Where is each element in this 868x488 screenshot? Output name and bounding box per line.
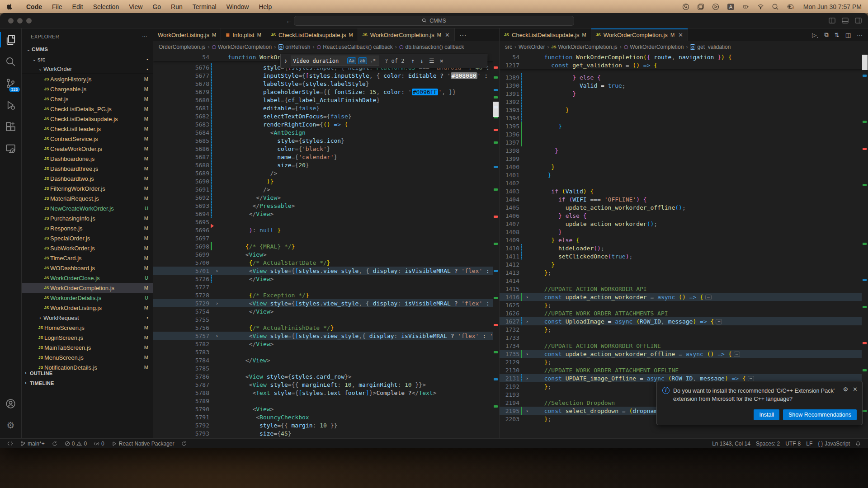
tree-item-workorderlisting.js[interactable]: JSWorkOrderListing.jsM bbox=[22, 303, 153, 313]
show-recommendations-button[interactable]: Show Recommendations bbox=[783, 409, 857, 420]
code-line[interactable]: 1395 } bbox=[500, 122, 868, 130]
problems[interactable]: 00 bbox=[62, 441, 90, 447]
tree-item-timecard.js[interactable]: JSTimeCard.jsM bbox=[22, 253, 153, 263]
code-line[interactable]: 1412 } bbox=[500, 260, 868, 268]
battery-icon[interactable] bbox=[742, 3, 750, 10]
g-circle-icon[interactable] bbox=[682, 3, 690, 10]
menu-help[interactable]: Help bbox=[254, 3, 277, 10]
code-line[interactable]: 5684 <AntDesign bbox=[153, 128, 499, 136]
account-icon[interactable] bbox=[0, 393, 22, 414]
breadcrumb[interactable]: src›WorkOrder›JSWorkOrderCompletion.js›⬡… bbox=[500, 41, 868, 53]
more-actions[interactable]: ⋯ bbox=[857, 32, 863, 38]
code-line[interactable]: 5683 renderRightIcon={() => ( bbox=[153, 120, 499, 128]
code-line[interactable]: 5679 placeholderStyle={{ fontSize: 15, c… bbox=[153, 88, 499, 96]
section-timeline[interactable]: ›TIMELINE bbox=[22, 378, 153, 388]
find-input[interactable]: Video duration Aa ab .* bbox=[291, 56, 379, 66]
compare-changes-icon[interactable]: ⇅ bbox=[835, 32, 840, 38]
tab-workordercompletion.js[interactable]: JSWorkOrderCompletion.jsM✕ bbox=[591, 28, 688, 41]
menu-window[interactable]: Window bbox=[222, 3, 254, 10]
code-line[interactable]: 5696 ): null } bbox=[153, 226, 499, 234]
tab-info.plist[interactable]: ≣Info.plistM bbox=[221, 28, 266, 41]
window-controls[interactable] bbox=[8, 18, 32, 23]
code-line[interactable]: 1403 if (Valid) { bbox=[500, 187, 868, 195]
code-line[interactable]: 5757› <View style={[styles.view_style,{ … bbox=[153, 332, 499, 340]
find-in-selection-toggle[interactable]: ☰ bbox=[428, 57, 436, 64]
code-line[interactable]: 1625 }; bbox=[500, 301, 868, 309]
fold-chevron-icon[interactable]: › bbox=[524, 319, 531, 324]
control-center-icon[interactable] bbox=[787, 3, 794, 10]
tree-item-createworkorder.js[interactable]: JSCreateWorkOrder.jsM bbox=[22, 144, 153, 154]
tab-checklistdetalisupdate.js[interactable]: JSCheckListDetalisupdate.jsM bbox=[266, 28, 358, 41]
code-line[interactable]: 5701› <View style={[styles.view_style, {… bbox=[153, 267, 499, 275]
code-line[interactable]: 5685 style={styles.icon} bbox=[153, 136, 499, 145]
tree-item-dashboardtwo.js[interactable]: JSDashboardtwo.jsM bbox=[22, 174, 153, 183]
code-line[interactable]: 5693 </Pressable> bbox=[153, 202, 499, 210]
match-case-toggle[interactable]: Aa bbox=[347, 57, 356, 64]
tree-item-homescreen.js[interactable]: JSHomeScreen.jsM bbox=[22, 323, 153, 333]
notification-close-icon[interactable]: ✕ bbox=[853, 386, 858, 393]
split-editor-icon[interactable]: ◫ bbox=[845, 32, 851, 38]
apple-logo-icon[interactable] bbox=[6, 3, 13, 10]
indentation[interactable]: Spaces: 2 bbox=[753, 441, 783, 447]
cursor-position[interactable]: Ln 1343, Col 14 bbox=[709, 441, 753, 447]
branch-status[interactable]: main*+ bbox=[18, 441, 47, 447]
code-line[interactable]: 1397 bbox=[500, 138, 868, 146]
overview-ruler[interactable] bbox=[862, 53, 868, 438]
sync-status[interactable] bbox=[49, 441, 60, 446]
play-circle-icon[interactable] bbox=[712, 3, 720, 10]
code-line[interactable]: 5682 selectTextOnFocus={false} bbox=[153, 112, 499, 120]
fold-chevron-icon[interactable]: › bbox=[524, 295, 531, 300]
tree-item-menuscreen.js[interactable]: JSMenuScreen.jsM bbox=[22, 352, 153, 362]
code-line[interactable]: 2130 //UPDATE WORK ORDER ATTACHMENT OFFL… bbox=[500, 366, 868, 374]
code-line[interactable]: 5793 size={45} bbox=[153, 429, 499, 437]
find-previous-button[interactable]: ↑ bbox=[410, 57, 416, 64]
code-line[interactable]: 5692 </View> bbox=[153, 193, 499, 202]
scrollbar-slider[interactable] bbox=[862, 55, 868, 70]
toggle-replace-button[interactable]: ❯ bbox=[283, 58, 288, 63]
tree-item-purchasinginfo.js[interactable]: JSPurchasingInfo.jsM bbox=[22, 213, 153, 223]
language-mode[interactable]: { } JavaScript bbox=[815, 441, 853, 447]
code-line[interactable]: 1413 }; bbox=[500, 268, 868, 277]
run-debug-icon[interactable] bbox=[0, 94, 22, 115]
code-line[interactable]: 1405 update_action_workorder_offline(); bbox=[500, 203, 868, 211]
menu-code[interactable]: Code bbox=[21, 3, 47, 10]
code-line[interactable]: 1398 } bbox=[500, 146, 868, 155]
code-line[interactable]: 5754 </View> bbox=[153, 307, 499, 315]
code-line[interactable]: 1394 bbox=[500, 114, 868, 122]
menu-terminal[interactable]: Terminal bbox=[188, 3, 222, 10]
tree-item-dashboardthree.js[interactable]: JSDashboardthree.jsM bbox=[22, 164, 153, 174]
breadcrumb-item[interactable]: OrderCompletion.js bbox=[159, 44, 205, 50]
code-line[interactable]: 5784 </View> bbox=[153, 356, 499, 364]
fold-chevron-icon[interactable]: › bbox=[213, 333, 221, 338]
find-close-button[interactable]: ✕ bbox=[439, 57, 445, 64]
tree-item-workorderclose.js[interactable]: JSWorkOrderClose.jsU bbox=[22, 273, 153, 283]
tree-item-specialorder.js[interactable]: JSSpecialOrder.jsM bbox=[22, 233, 153, 243]
breadcrumb-item[interactable]: ⬡db.transaction() callback bbox=[399, 44, 464, 50]
tree-item-chargeable.js[interactable]: JSChargeable.jsM bbox=[22, 84, 153, 94]
code-line[interactable]: 5695 bbox=[153, 218, 499, 226]
code-line[interactable]: 2129 }; bbox=[500, 358, 868, 366]
tree-item-checklistdetalisupdate.js[interactable]: JSCheckListDetalisupdate.jsM bbox=[22, 114, 153, 124]
spotlight-icon[interactable] bbox=[772, 3, 779, 10]
tree-item-chat.js[interactable]: JSChat.jsM bbox=[22, 94, 153, 104]
code-line[interactable]: 5687 name={'calendar'} bbox=[153, 153, 499, 161]
code-line[interactable]: 1732 }; bbox=[500, 325, 868, 333]
zoom-window-button[interactable] bbox=[26, 18, 32, 23]
code-line[interactable]: 5788 <Text style={[styles.text_footer]}>… bbox=[153, 389, 499, 397]
code-line[interactable]: 1392 bbox=[500, 98, 868, 106]
command-center[interactable]: CMMS bbox=[294, 16, 574, 26]
port-status[interactable]: 0 bbox=[91, 441, 107, 447]
code-line[interactable]: 5690 )} bbox=[153, 177, 499, 185]
code-line[interactable]: 1404 if (WIFI === 'OFFLINE') { bbox=[500, 195, 868, 203]
wifi-icon[interactable] bbox=[757, 3, 764, 10]
tree-folder-src[interactable]: ⌄src• bbox=[22, 54, 153, 64]
scrollbar-slider[interactable] bbox=[493, 102, 499, 117]
code-line[interactable]: 5790 <View> bbox=[153, 405, 499, 413]
section-outline[interactable]: ›OUTLINE bbox=[22, 368, 153, 378]
breadcrumb-item[interactable]: JSWorkOrderCompletion.js bbox=[551, 44, 617, 50]
code-line[interactable]: 1389 } else { bbox=[500, 73, 868, 81]
code-line[interactable]: 1393 } bbox=[500, 106, 868, 114]
tree-item-subworkorder.js[interactable]: JSSubWorkOrder.jsM bbox=[22, 243, 153, 253]
search-icon[interactable] bbox=[0, 51, 22, 72]
code-line[interactable]: 1415 //UPDATE ACTION WORKORDER API bbox=[500, 285, 868, 293]
